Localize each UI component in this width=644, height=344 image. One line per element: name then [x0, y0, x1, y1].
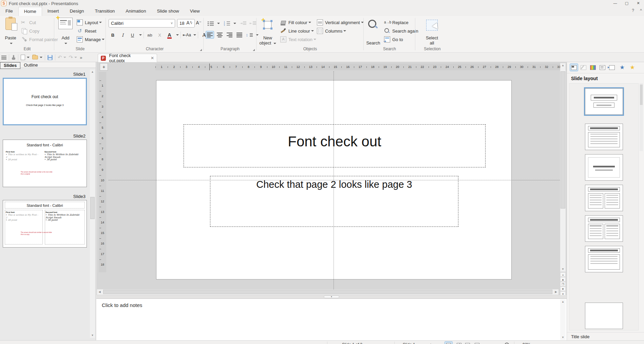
line-colour-button[interactable]: Line colour: [280, 27, 316, 35]
justify-button[interactable]: [235, 31, 244, 39]
add-slide-button[interactable]: Add: [56, 18, 75, 46]
change-case-dropdown[interactable]: [193, 34, 196, 36]
canvas-vertical-scrollbar[interactable]: ▲ ▼ ⌅ ▲ ❐ ▼ ⌆: [560, 63, 566, 295]
layout-thumbnail-blank[interactable]: [585, 303, 623, 329]
vertical-ruler[interactable]: 123456789101112131415161718: [99, 72, 106, 272]
slide-title-text[interactable]: Font check out: [184, 133, 485, 150]
close-button[interactable]: ✕: [632, 0, 644, 7]
previous-slide-button[interactable]: ▲: [560, 277, 566, 282]
columns-button[interactable]: Columns: [317, 27, 364, 35]
colour-scheme-tool-button[interactable]: [589, 64, 597, 71]
go-to-button[interactable]: Go to: [384, 36, 418, 43]
align-center-button[interactable]: [215, 31, 224, 39]
manage-button[interactable]: Manage: [77, 36, 105, 43]
canvas-horizontal-scrollbar[interactable]: ◀ ▶: [97, 289, 558, 295]
favourite-star-tool-button[interactable]: ★: [628, 64, 637, 71]
scroll-up-icon[interactable]: ▲: [560, 300, 566, 304]
line-spacing-button[interactable]: [245, 31, 253, 39]
font-name-combobox[interactable]: Calibri˅: [109, 19, 175, 28]
tab-view[interactable]: View: [185, 7, 205, 16]
scrollbar-thumb[interactable]: [640, 85, 643, 105]
scrollbar-thumb[interactable]: [90, 197, 95, 219]
layout-thumbnail-title-slide[interactable]: [585, 88, 623, 115]
notes-scrollbar[interactable]: ▲ ▼: [560, 300, 566, 340]
numbering-dropdown[interactable]: [233, 23, 236, 24]
layout-thumbnail-two-content[interactable]: [585, 185, 623, 211]
open-document-button[interactable]: [31, 54, 44, 61]
text-rotation-button[interactable]: AText rotation: [280, 36, 316, 43]
scroll-up-icon[interactable]: ▲: [90, 70, 95, 74]
tab-design[interactable]: Design: [64, 7, 90, 16]
toolbar-overflow-button[interactable]: »: [78, 54, 83, 61]
slides-panel-scrollbar[interactable]: ▲ ▼: [90, 70, 95, 338]
notes-pane[interactable]: Click to add notes ▲ ▼: [96, 298, 567, 341]
slides-overview-button[interactable]: ❐: [560, 282, 566, 286]
redo-button[interactable]: ↷: [68, 54, 79, 61]
scroll-up-icon[interactable]: ▲: [560, 63, 566, 68]
layout-thumbnail-content-only[interactable]: [585, 246, 623, 272]
search-again-button[interactable]: Search again: [384, 27, 418, 35]
maximize-button[interactable]: ▢: [621, 0, 632, 7]
zoom-level[interactable]: 92%: [523, 342, 531, 344]
bullets-button[interactable]: [206, 19, 215, 27]
fill-colour-button[interactable]: Fill colour: [280, 19, 316, 26]
increase-indent-button[interactable]: [239, 19, 247, 27]
notes-view-button[interactable]: [463, 341, 472, 344]
strikethrough-button[interactable]: ab: [146, 31, 154, 39]
shrink-font-button[interactable]: A⁻: [196, 20, 202, 25]
slide-layout-tool-button[interactable]: [570, 64, 578, 71]
touch-mode-button[interactable]: [10, 54, 17, 61]
scroll-down-icon[interactable]: ▼: [90, 333, 95, 338]
layout-thumbnail-comparison[interactable]: [585, 215, 623, 242]
edit-layout-tool-button[interactable]: [579, 64, 588, 71]
document-tab-close-icon[interactable]: ✕: [147, 56, 154, 60]
superscript-button[interactable]: X: [155, 31, 164, 39]
character-dialog-launcher[interactable]: [200, 49, 202, 51]
tab-insert[interactable]: Insert: [42, 7, 64, 16]
new-document-button[interactable]: [19, 54, 31, 61]
scrollbar-thumb[interactable]: [103, 290, 552, 294]
tab-home[interactable]: Home: [18, 7, 42, 16]
font-color-button[interactable]: A: [165, 31, 174, 39]
scroll-down-icon[interactable]: ▼: [560, 335, 566, 340]
font-size-combobox[interactable]: 18˅: [177, 19, 195, 28]
paste-button[interactable]: Paste: [1, 18, 20, 46]
tab-slides[interactable]: Slides: [0, 62, 20, 69]
tab-slide-show[interactable]: Slide show: [151, 7, 184, 16]
menu-button[interactable]: [0, 54, 8, 61]
slide-subtitle-text[interactable]: Check that page 2 looks like page 3: [210, 179, 458, 190]
bullets-dropdown[interactable]: [217, 23, 220, 24]
underline-dropdown[interactable]: [139, 34, 142, 36]
help-button[interactable]: ?: [632, 8, 634, 13]
title-bar[interactable]: S Font check out.pptx - Presentations — …: [0, 0, 644, 7]
add-slide-status-button[interactable]: +: [430, 342, 432, 344]
slide-3-thumbnail[interactable]: Standard font - Calibri First font This …: [3, 200, 87, 248]
statusbar-overflow-button[interactable]: »: [539, 342, 541, 344]
new-object-button[interactable]: Newobject: [258, 18, 278, 46]
vertical-alignment-button[interactable]: Vertical alignment: [317, 19, 364, 26]
splitter-handle[interactable]: ▼: [324, 295, 339, 298]
ruler-crosshair-button[interactable]: +: [100, 63, 108, 71]
tab-outline[interactable]: Outline: [20, 62, 41, 68]
save-button[interactable]: [46, 54, 54, 61]
slide-2-thumbnail[interactable]: Standard font - Calibri First font This …: [3, 140, 87, 187]
font-color-dropdown[interactable]: [176, 34, 179, 36]
underline-button[interactable]: U: [128, 31, 137, 39]
align-right-button[interactable]: [225, 31, 234, 39]
grow-font-button[interactable]: A⁺: [186, 20, 192, 25]
cut-button[interactable]: ✂Cut: [21, 19, 58, 26]
format-painter-button[interactable]: Format painter: [21, 36, 58, 43]
layout-list-scrollbar[interactable]: [640, 83, 643, 151]
reading-view-button[interactable]: [473, 341, 481, 344]
copy-button[interactable]: Copy: [21, 27, 58, 35]
notes-splitter[interactable]: ▼: [96, 295, 567, 298]
reset-button[interactable]: ↺Reset: [77, 27, 105, 35]
minimize-button[interactable]: —: [609, 0, 621, 7]
tab-animation[interactable]: Animation: [120, 7, 151, 16]
align-left-button[interactable]: [206, 31, 214, 39]
slide-sorter-view-button[interactable]: [454, 341, 462, 344]
layout-thumbnail-title-content[interactable]: [585, 124, 623, 150]
scroll-right-icon[interactable]: ▶: [553, 290, 558, 294]
scroll-left-icon[interactable]: ◀: [97, 290, 102, 294]
first-slide-button[interactable]: ⌅: [560, 272, 566, 277]
